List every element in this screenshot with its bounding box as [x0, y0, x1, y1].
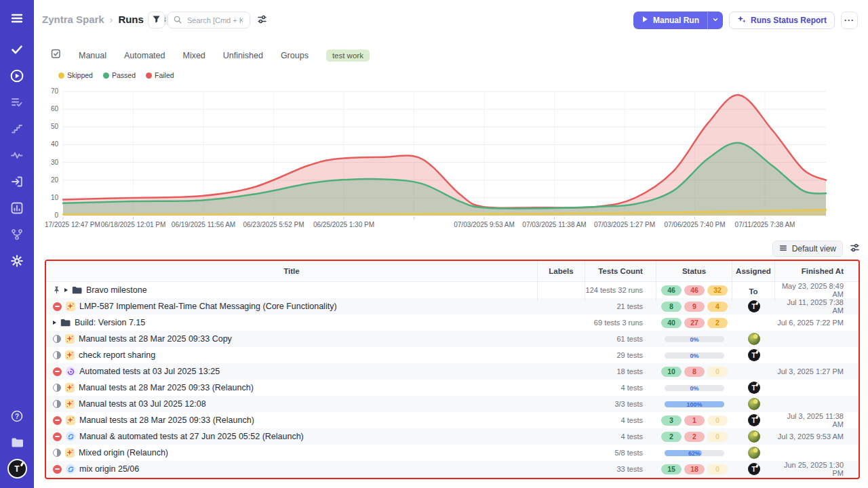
column-header-status[interactable]: Status	[656, 261, 732, 302]
run-title[interactable]: Manual tests at 28 Mar 2025 09:33 (Relau…	[79, 383, 254, 392]
column-header-labels[interactable]: Labels	[538, 261, 585, 302]
search-adjustments-icon[interactable]	[257, 14, 268, 25]
run-title[interactable]: mix origin 25/06	[79, 464, 139, 474]
table-row[interactable]: Automated tests at 03 Jul 2025 13:2518 t…	[46, 363, 859, 380]
legend-label: Failed	[155, 71, 174, 79]
manual-run-dropdown-toggle[interactable]	[707, 12, 723, 29]
table-settings-sliders-icon[interactable]	[850, 243, 860, 256]
test-cases-nav-icon[interactable]	[8, 94, 26, 111]
default-view-button[interactable]: Default view	[772, 241, 843, 257]
search-icon	[174, 14, 182, 26]
table-row[interactable]: Manual tests at 28 Mar 2025 09:33 (Relau…	[46, 412, 859, 428]
runs-table-highlight-annotation: Title Labels Tests Count Status Assigned…	[45, 260, 860, 479]
status-cell: 15180	[656, 464, 732, 474]
milestones-nav-icon[interactable]	[8, 120, 26, 138]
more-options-button[interactable]: ···	[841, 12, 858, 29]
run-title-cell: Build: Version 7.15	[46, 318, 538, 327]
tab-groups[interactable]: Groups	[281, 51, 309, 60]
projects-folder-icon[interactable]	[8, 434, 26, 451]
tests-count: 69 tests 3 runs	[585, 319, 656, 327]
legend-item-skipped[interactable]: Skipped	[58, 71, 93, 79]
run-title[interactable]: Automated tests at 03 Jul 2025 13:25	[79, 367, 220, 376]
status-cell: 100%	[656, 401, 732, 407]
expand-chevron-icon[interactable]	[64, 288, 68, 292]
table-row[interactable]: Mixed origin (Relaunch)5/8 tests62%	[46, 445, 859, 461]
tab-unfinished[interactable]: Unfinished	[223, 51, 263, 60]
tab-automated[interactable]: Automated	[124, 51, 165, 60]
select-all-icon[interactable]	[51, 49, 61, 62]
runs-status-report-button[interactable]: Runs Status Report	[729, 12, 835, 29]
table-row[interactable]: Manual tests at 28 Mar 2025 09:33 Copy61…	[46, 331, 859, 347]
integrations-branch-nav-icon[interactable]	[8, 226, 26, 243]
assignee-cell	[732, 430, 775, 443]
run-title[interactable]: LMP-587 Implement Real-Time Chat Messagi…	[79, 302, 337, 311]
table-row[interactable]: Build: Version 7.1569 tests 3 runs40272J…	[46, 314, 859, 331]
status-cell: 0%	[656, 336, 732, 342]
column-header-tests-count[interactable]: Tests Count	[585, 261, 656, 302]
in-progress-status-icon	[53, 351, 61, 359]
tab-manual[interactable]: Manual	[79, 51, 106, 60]
manual-run-button[interactable]: Manual Run	[633, 12, 707, 29]
run-title[interactable]: Manual tests at 03 Jul 2025 12:08	[79, 399, 206, 409]
skipped-count-pill: 0	[707, 432, 728, 442]
filter-button[interactable]	[148, 12, 165, 28]
table-row[interactable]: Manual tests at 28 Mar 2025 09:33 (Relau…	[46, 380, 859, 396]
reports-nav-icon[interactable]	[8, 199, 26, 217]
runs-nav-icon[interactable]	[8, 67, 26, 85]
run-title[interactable]: Manual tests at 28 Mar 2025 09:33 (Relau…	[79, 415, 254, 425]
search-box[interactable]	[167, 12, 250, 28]
legend-item-failed[interactable]: Failed	[146, 71, 174, 79]
expand-chevron-icon[interactable]	[53, 321, 56, 325]
svg-text:70: 70	[51, 87, 59, 95]
tab-mixed[interactable]: Mixed	[182, 51, 205, 60]
mixed-run-icon	[66, 464, 75, 474]
svg-text:30: 30	[51, 159, 59, 166]
failed-count-pill: 8	[684, 367, 705, 377]
table-row[interactable]: check report sharing29 tests0%T	[46, 347, 859, 363]
sign-in-nav-icon[interactable]	[8, 173, 26, 190]
hamburger-menu-icon[interactable]	[8, 9, 26, 27]
workspace-avatar[interactable]: T	[9, 460, 26, 477]
column-header-title[interactable]: Title	[46, 261, 538, 302]
stopped-status-icon	[53, 302, 62, 311]
table-row[interactable]: mix origin 25/0633 tests15180TJun 25, 20…	[46, 461, 859, 477]
runs-area-chart: 01020304050607017/2025 12:47 PM06/18/202…	[45, 85, 834, 236]
settings-gear-nav-icon[interactable]	[8, 252, 26, 270]
run-title-cell: Automated tests at 03 Jul 2025 13:25	[46, 367, 538, 376]
passed-count-pill: 46	[661, 285, 682, 296]
column-header-assigned-to[interactable]: Assigned To	[732, 261, 775, 302]
svg-text:07/03/2025 1:27 PM: 07/03/2025 1:27 PM	[594, 221, 655, 228]
tests-count: 4 tests	[585, 384, 656, 392]
assignee-avatar: T	[748, 382, 760, 394]
filter-tag-test-work[interactable]: test work	[326, 49, 370, 62]
progress-bar: 0%	[665, 352, 724, 359]
run-title[interactable]: Manual tests at 28 Mar 2025 09:33 Copy	[79, 334, 232, 344]
breadcrumb-project[interactable]: Zyntra Spark	[42, 14, 104, 25]
tests-count: 21 tests	[585, 302, 656, 310]
activity-nav-icon[interactable]	[8, 146, 26, 164]
run-title[interactable]: Mixed origin (Relaunch)	[79, 448, 168, 458]
tests-count: 4 tests	[585, 416, 656, 424]
run-title[interactable]: Manual & automated tests at 27 Jun 2025 …	[79, 432, 304, 441]
passed-count-pill: 3	[661, 415, 682, 426]
legend-label: Passed	[112, 71, 136, 79]
finished-at: Jul 6, 2025 7:22 PM	[775, 319, 859, 327]
svg-text:06/23/2025 5:52 PM: 06/23/2025 5:52 PM	[243, 221, 304, 228]
tests-count: 124 tests 32 runs	[585, 286, 656, 294]
table-row[interactable]: Manual tests at 03 Jul 2025 12:083/3 tes…	[46, 396, 859, 412]
run-title[interactable]: Build: Version 7.15	[75, 318, 145, 327]
table-row[interactable]: Manual & automated tests at 27 Jun 2025 …	[46, 428, 859, 445]
svg-text:06/18/2025 12:01 PM: 06/18/2025 12:01 PM	[101, 221, 166, 228]
run-title[interactable]: Bravo milestone	[86, 285, 147, 295]
run-title-cell: Mixed origin (Relaunch)	[46, 448, 538, 458]
run-title[interactable]: check report sharing	[79, 350, 155, 360]
legend-item-passed[interactable]: Passed	[103, 71, 136, 79]
assignee-avatar	[748, 430, 760, 443]
header-actions: Manual Run Runs Status Report ···	[633, 12, 858, 29]
search-input[interactable]	[186, 16, 244, 25]
checks-nav-icon[interactable]	[8, 41, 26, 58]
automated-run-icon	[66, 367, 75, 376]
help-icon[interactable]: ?	[8, 407, 26, 425]
assignee-cell: T	[732, 463, 775, 475]
manual-run-icon	[65, 334, 75, 344]
